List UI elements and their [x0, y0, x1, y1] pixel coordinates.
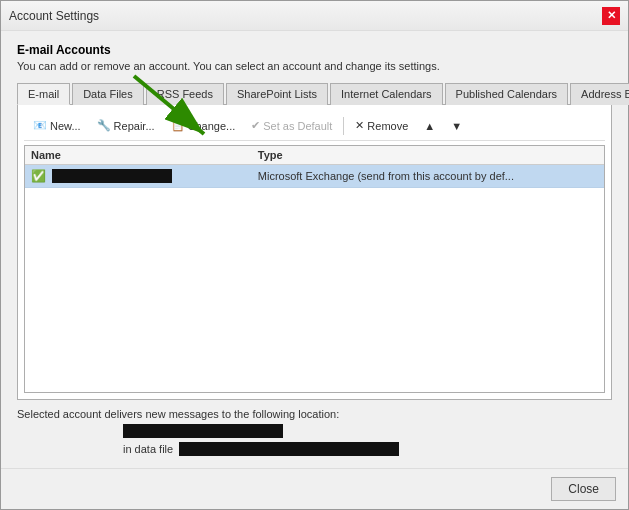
tab-content-email: 📧 New... 🔧 Repair... 📋 Change... ✔ Set a…	[17, 105, 612, 400]
table-row[interactable]: ✅ Microsoft Exchange (send from this acc…	[25, 165, 604, 188]
col-header-name: Name	[31, 149, 258, 161]
tab-address-books[interactable]: Address Books	[570, 83, 629, 105]
in-data-file-label: in data file	[123, 443, 173, 455]
toolbar: 📧 New... 🔧 Repair... 📋 Change... ✔ Set a…	[24, 111, 605, 141]
tab-rss-feeds[interactable]: RSS Feeds	[146, 83, 224, 105]
header-description: You can add or remove an account. You ca…	[17, 60, 612, 72]
location-redacted	[123, 424, 283, 438]
change-icon: 📋	[171, 119, 185, 132]
account-icon: ✅	[31, 169, 46, 183]
remove-icon: ✕	[355, 119, 364, 132]
remove-button[interactable]: ✕ Remove	[348, 115, 415, 136]
data-file-redacted	[179, 442, 399, 456]
accounts-table: Name Type ✅ Microsoft Exchange (send fro…	[24, 145, 605, 393]
repair-icon: 🔧	[97, 119, 111, 132]
footer-datafile-row: in data file	[17, 442, 612, 456]
footer-text: Selected account delivers new messages t…	[17, 408, 612, 420]
set-default-button[interactable]: ✔ Set as Default	[244, 115, 339, 136]
new-button[interactable]: 📧 New...	[26, 115, 88, 136]
footer-location-row	[17, 424, 612, 438]
main-content: E-mail Accounts You can add or remove an…	[1, 31, 628, 468]
move-up-button[interactable]: ▲	[417, 116, 442, 136]
close-dialog-button[interactable]: Close	[551, 477, 616, 501]
move-down-button[interactable]: ▼	[444, 116, 469, 136]
footer-section: Selected account delivers new messages t…	[17, 408, 612, 460]
header-title: E-mail Accounts	[17, 43, 612, 57]
row-type-cell: Microsoft Exchange (send from this accou…	[258, 170, 598, 182]
bottom-bar: Close	[1, 468, 628, 509]
tab-sharepoint-lists[interactable]: SharePoint Lists	[226, 83, 328, 105]
toolbar-wrapper: 📧 New... 🔧 Repair... 📋 Change... ✔ Set a…	[24, 111, 605, 145]
tab-published-calendars[interactable]: Published Calendars	[445, 83, 569, 105]
title-bar: Account Settings ✕	[1, 1, 628, 31]
window-close-button[interactable]: ✕	[602, 7, 620, 25]
new-icon: 📧	[33, 119, 47, 132]
tab-data-files[interactable]: Data Files	[72, 83, 144, 105]
account-name-redacted	[52, 169, 172, 183]
col-header-type: Type	[258, 149, 598, 161]
tab-email[interactable]: E-mail	[17, 83, 70, 105]
repair-button[interactable]: 🔧 Repair...	[90, 115, 162, 136]
account-settings-window: Account Settings ✕ E-mail Accounts You c…	[0, 0, 629, 510]
header-section: E-mail Accounts You can add or remove an…	[17, 43, 612, 72]
tabs-container: E-mail Data Files RSS Feeds SharePoint L…	[17, 82, 612, 105]
window-title: Account Settings	[9, 9, 99, 23]
tab-internet-calendars[interactable]: Internet Calendars	[330, 83, 443, 105]
change-button[interactable]: 📋 Change...	[164, 115, 243, 136]
table-header: Name Type	[25, 146, 604, 165]
row-name-cell: ✅	[31, 169, 258, 183]
checkmark-icon: ✔	[251, 119, 260, 132]
toolbar-separator	[343, 117, 344, 135]
